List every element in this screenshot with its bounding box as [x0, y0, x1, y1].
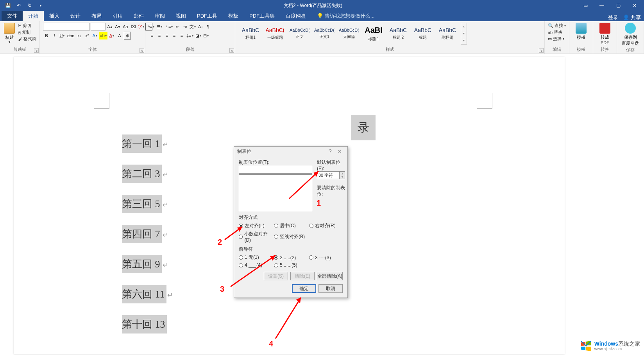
select-button[interactable]: ▭选择▾ — [548, 36, 566, 42]
align-bar-radio[interactable]: 竖线对齐(B) — [274, 231, 308, 243]
align-left-radio[interactable]: 左对齐(L) — [239, 222, 272, 229]
replace-button[interactable]: ab替换 — [548, 29, 566, 35]
leader-dots-radio[interactable]: 2 .....(2) — [274, 254, 308, 261]
tab-baidu[interactable]: 百度网盘 — [280, 11, 311, 21]
tab-layout[interactable]: 布局 — [86, 11, 107, 21]
change-case-button[interactable]: Aa — [122, 23, 129, 30]
style-item[interactable]: AaBbCcD(无间隔 — [337, 23, 361, 45]
sort-button[interactable]: A↓ — [197, 23, 204, 30]
tab-design[interactable]: 设计 — [65, 11, 86, 21]
shading-button[interactable]: ◪ — [195, 32, 202, 39]
style-item[interactable]: AaBbCcD(正文 — [288, 23, 312, 45]
leader-dashes-radio[interactable]: 3 ----(3) — [309, 254, 343, 261]
align-left-button[interactable]: ≡ — [148, 32, 156, 39]
align-center-button[interactable]: ≡ — [156, 32, 163, 39]
login-link[interactable]: 登录 — [608, 14, 618, 21]
tab-mailings[interactable]: 邮件 — [128, 11, 149, 21]
clear-all-button[interactable]: 全部清除(A) — [317, 272, 343, 280]
clear-formatting-button[interactable]: ⌧ — [130, 23, 137, 30]
multilevel-button[interactable]: ⋮≡ — [163, 23, 174, 30]
numbering-button[interactable]: ≣ — [156, 23, 163, 30]
decrease-indent-button[interactable]: ⇤ — [174, 23, 181, 30]
redo-icon[interactable]: ↻ — [25, 1, 34, 10]
qat-customize-icon[interactable]: ▼ — [36, 1, 45, 10]
grow-font-button[interactable]: A▴ — [106, 23, 113, 30]
tab-review[interactable]: 审阅 — [149, 11, 170, 21]
clipboard-dialog-launcher[interactable]: ↘ — [34, 48, 39, 53]
tab-view[interactable]: 视图 — [170, 11, 191, 21]
style-item[interactable]: AaBbC副标题 — [435, 23, 460, 45]
distribute-button[interactable]: ≡ — [178, 32, 185, 39]
save-baidu-button[interactable]: 保存到 百度网盘 — [619, 22, 641, 47]
gallery-up-icon[interactable]: ▴ — [461, 23, 467, 30]
italic-button[interactable]: I — [51, 32, 58, 39]
highlight-button[interactable]: ab — [99, 32, 107, 39]
align-decimal-radio[interactable]: 小数点对齐(D) — [239, 231, 272, 243]
format-painter-button[interactable]: 🖌格式刷 — [18, 36, 36, 42]
dialog-close-icon[interactable]: ✕ — [335, 148, 344, 154]
asian-layout-button[interactable]: 文 — [189, 23, 197, 30]
align-center-radio[interactable]: 居中(C) — [274, 222, 308, 229]
spinner-up-icon[interactable]: ▴ — [339, 172, 345, 175]
ribbon-options-icon[interactable]: ▭ — [578, 1, 593, 10]
styles-dialog-launcher[interactable]: ↘ — [539, 48, 544, 53]
template-button[interactable]: 模板 — [572, 22, 590, 41]
paragraph-dialog-launcher[interactable]: ↘ — [229, 48, 234, 53]
strikethrough-button[interactable]: abc — [66, 32, 75, 39]
tellme[interactable]: 💡 告诉我您想要做什么... — [311, 11, 380, 21]
bold-button[interactable]: B — [43, 32, 50, 39]
dialog-help-icon[interactable]: ? — [326, 148, 335, 154]
borders-button[interactable]: ⊞ — [202, 32, 209, 39]
tab-pdfset[interactable]: PDF工具集 — [244, 11, 280, 21]
bullets-button[interactable]: ≡ — [148, 23, 156, 30]
style-item[interactable]: AaBbC标题1 — [238, 23, 263, 45]
style-item[interactable]: AaBI标题 1 — [361, 23, 386, 45]
gallery-more-icon[interactable]: ▾ — [461, 37, 467, 44]
show-marks-button[interactable]: ¶ — [204, 23, 211, 30]
style-item[interactable]: AaBbC(一级标题 — [263, 23, 287, 45]
convert-pdf-button[interactable]: 转成 PDF — [596, 22, 614, 46]
underline-button[interactable]: U — [59, 32, 66, 39]
tab-home[interactable]: 开始 — [23, 11, 44, 21]
font-dialog-launcher[interactable]: ↘ — [140, 48, 144, 53]
phonetic-button[interactable]: 字 — [138, 23, 145, 30]
tab-file[interactable]: 文件 — [2, 11, 23, 21]
increase-indent-button[interactable]: ⇥ — [181, 23, 188, 30]
undo-icon[interactable]: ↶ — [14, 1, 23, 10]
tab-pdf[interactable]: PDF工具 — [191, 11, 223, 21]
gallery-down-icon[interactable]: ▾ — [461, 30, 467, 37]
style-item[interactable]: AaBbCcD(正文1 — [312, 23, 336, 45]
char-shading-button[interactable]: A — [116, 32, 123, 39]
cancel-button[interactable]: 取消 — [318, 284, 343, 293]
default-tab-spinner[interactable]: 30 字符 ▴ ▾ — [317, 171, 345, 179]
find-button[interactable]: 🔍查找▾ — [548, 23, 566, 29]
style-item[interactable]: AaBbC标题 — [411, 23, 435, 45]
leader-under-radio[interactable]: 4 ___(4) — [239, 262, 272, 268]
font-size-combo[interactable] — [91, 23, 106, 30]
copy-button[interactable]: ⎘复制 — [18, 29, 36, 35]
cut-button[interactable]: ✂剪切 — [18, 23, 36, 29]
spinner-down-icon[interactable]: ▾ — [339, 175, 345, 179]
subscript-button[interactable]: x₂ — [76, 32, 83, 39]
leader-dots2-radio[interactable]: 5 ......(5) — [274, 262, 308, 268]
align-right-button[interactable]: ≡ — [163, 32, 170, 39]
tab-insert[interactable]: 插入 — [44, 11, 65, 21]
save-icon[interactable]: 💾 — [3, 1, 13, 10]
font-family-combo[interactable] — [43, 23, 90, 30]
leader-none-radio[interactable]: 1 无(1) — [239, 254, 272, 261]
close-icon[interactable]: ✕ — [627, 1, 642, 10]
share-button[interactable]: 👤 共享 — [623, 14, 641, 21]
minimize-icon[interactable]: — — [594, 1, 610, 10]
text-effects-button[interactable]: A — [91, 32, 98, 39]
tab-position-input[interactable] — [239, 166, 312, 174]
maximize-icon[interactable]: ▢ — [610, 1, 626, 10]
style-item[interactable]: AaBbC标题 2 — [386, 23, 410, 45]
shrink-font-button[interactable]: A▾ — [114, 23, 121, 30]
tab-templates[interactable]: 模板 — [223, 11, 244, 21]
line-spacing-button[interactable]: ‡≡ — [186, 32, 194, 39]
superscript-button[interactable]: x² — [84, 32, 91, 39]
ok-button[interactable]: 确定 — [292, 284, 316, 293]
justify-button[interactable]: ≡ — [171, 32, 178, 39]
tab-position-list[interactable] — [239, 174, 312, 211]
paste-button[interactable]: 粘贴 ▾ — [2, 22, 16, 45]
